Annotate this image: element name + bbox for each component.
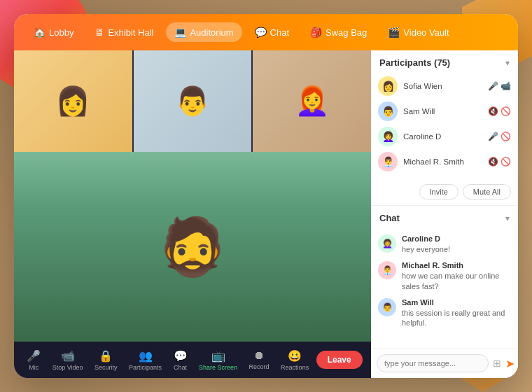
participant-row: 👨 Sam Will 🔇 🚫 [378, 99, 511, 124]
security-icon: 🔒 [99, 349, 113, 363]
chat-input-area: ⊞ ➤ [371, 348, 518, 378]
nav-exhibit-hall[interactable]: 🖥 Exhibit Hall [86, 22, 162, 42]
share-screen-label: Share Screen [199, 364, 237, 371]
stop-video-button[interactable]: 📹 Stop Video [48, 346, 88, 374]
mic-icon: 🎤 [27, 349, 41, 363]
nav-auditorium[interactable]: 💻 Auditorium [166, 22, 241, 42]
participant-name-0: Sofia Wien [403, 82, 482, 90]
chat-messages: 👩‍🦱 Caroline D hey everyone! 👨‍💼 Michael… [371, 229, 518, 348]
record-label: Record [249, 363, 270, 370]
record-button[interactable]: ⏺ Record [245, 346, 274, 373]
auditorium-icon: 💻 [174, 27, 186, 38]
chat-avatar-2: 👨 [378, 298, 396, 316]
participants-chevron[interactable]: ▾ [505, 58, 510, 68]
main-speaker: 🧔 [14, 152, 371, 342]
chat-message-1: 👨‍💼 Michael R. Smith how we can make our… [378, 261, 511, 291]
home-icon: 🏠 [34, 27, 46, 38]
cam-off-icon-2: 🚫 [500, 132, 511, 141]
chat-toolbar-button[interactable]: 💬 Chat [169, 346, 192, 374]
reactions-label: Reactions [281, 364, 309, 371]
chat-sender-0: Caroline D [402, 234, 450, 243]
chat-text-0: hey everyone! [402, 244, 450, 254]
nav-chat-label: Chat [270, 27, 289, 38]
participants-label: Participants [129, 364, 162, 371]
participant-controls-0: 🎤 📹 [488, 81, 511, 91]
navbar: 🏠 Lobby 🖥 Exhibit Hall 💻 Auditorium 💬 Ch… [14, 14, 518, 50]
nav-video-label: Video Vault [403, 27, 449, 38]
chat-input[interactable] [377, 354, 489, 372]
chat-sender-1: Michael R. Smith [402, 261, 511, 270]
security-label: Security [94, 364, 118, 371]
nav-swag-bag[interactable]: 🎒 Swag Bag [302, 22, 375, 42]
cam-off-icon: 🚫 [500, 106, 511, 116]
thumb-avatar-2: 👨 [134, 50, 252, 152]
participant-name-2: Caroline D [403, 132, 482, 141]
chat-toolbar-icon: 💬 [174, 349, 188, 363]
thumb-avatar-3: 👩‍🦰 [253, 50, 371, 152]
chat-nav-icon: 💬 [255, 27, 267, 38]
exhibit-icon: 🖥 [94, 27, 104, 38]
chat-header: Chat ▾ [371, 206, 518, 229]
chat-text-1: how we can make our online sales fast? [402, 271, 511, 291]
speaker-avatar: 🧔 [158, 214, 227, 280]
thumb-avatar-1: 👩 [14, 50, 132, 152]
mic-label: Mic [29, 364, 38, 371]
participants-button[interactable]: 👥 Participants [125, 346, 166, 374]
chat-avatar-1: 👨‍💼 [378, 261, 396, 279]
chat-content-1: Michael R. Smith how we can make our onl… [402, 261, 511, 291]
content-area: 👩 👨 👩‍🦰 🧔 🎤 Mic [14, 50, 518, 378]
top-participants: 👩 👨 👩‍🦰 [14, 50, 371, 152]
participant-row: 👨‍💼 Michael R. Smith 🔇 🚫 [378, 149, 511, 174]
thumb-3[interactable]: 👩‍🦰 [253, 50, 371, 152]
mute-all-button[interactable]: Mute All [463, 184, 511, 200]
participant-avatar-0: 👩 [378, 76, 398, 96]
chat-avatar-0: 👩‍🦱 [378, 234, 396, 253]
mic-active-icon: 🎤 [488, 81, 498, 91]
mic-button[interactable]: 🎤 Mic [22, 346, 45, 374]
nav-chat[interactable]: 💬 Chat [246, 22, 298, 42]
cam-off-icon-3: 🚫 [500, 157, 511, 167]
participant-controls-2: 🎤 🚫 [488, 132, 511, 141]
participant-list: 👩 Sofia Wien 🎤 📹 👨 Sam Will 🔇 🚫 [371, 74, 518, 178]
share-screen-button[interactable]: 📺 Share Screen [195, 346, 241, 374]
action-buttons: Invite Mute All [371, 178, 518, 205]
share-screen-icon: 📺 [211, 349, 225, 363]
leave-button[interactable]: Leave [316, 351, 363, 369]
mic-muted-icon: 🔇 [488, 106, 498, 116]
nav-swag-label: Swag Bag [326, 27, 367, 38]
participant-avatar-3: 👨‍💼 [378, 152, 398, 172]
video-toolbar: 🎤 Mic 📹 Stop Video 🔒 Security 👥 Particip… [14, 342, 371, 378]
nav-exhibit-label: Exhibit Hall [108, 27, 153, 38]
chat-title: Chat [379, 213, 400, 223]
participant-controls-1: 🔇 🚫 [488, 106, 511, 116]
nav-lobby-label: Lobby [49, 27, 74, 38]
swag-bag-icon: 🎒 [310, 27, 322, 38]
video-section: 👩 👨 👩‍🦰 🧔 🎤 Mic [14, 50, 371, 378]
chat-chevron[interactable]: ▾ [505, 214, 510, 223]
participant-avatar-2: 👩‍🦱 [378, 127, 398, 146]
thumb-1[interactable]: 👩 [14, 50, 132, 152]
chat-panel: Chat ▾ 👩‍🦱 Caroline D hey everyone! 👨‍💼 [371, 206, 518, 378]
participant-name-3: Michael R. Smith [403, 158, 482, 166]
nav-auditorium-label: Auditorium [190, 27, 233, 38]
video-vault-icon: 🎬 [388, 27, 400, 38]
invite-button[interactable]: Invite [419, 184, 458, 200]
participants-header: Participants (75) ▾ [371, 50, 518, 74]
participants-icon: 👥 [139, 349, 153, 363]
nav-video-vault[interactable]: 🎬 Video Vault [379, 22, 457, 42]
nav-lobby[interactable]: 🏠 Lobby [25, 22, 82, 42]
record-icon: ⏺ [253, 349, 265, 362]
chat-message-0: 👩‍🦱 Caroline D hey everyone! [378, 234, 511, 254]
cam-active-icon: 📹 [500, 81, 511, 91]
reactions-button[interactable]: 😀 Reactions [276, 346, 313, 374]
chat-content-2: Sam Will this session is really great an… [402, 298, 511, 328]
mic-on-icon: 🎤 [488, 132, 498, 141]
grid-icon[interactable]: ⊞ [493, 358, 501, 369]
participants-title: Participants (75) [379, 57, 450, 68]
thumb-2[interactable]: 👨 [134, 50, 252, 152]
send-icon[interactable]: ➤ [505, 357, 514, 370]
security-button[interactable]: 🔒 Security [90, 346, 122, 374]
camera-icon: 📹 [61, 349, 75, 363]
reactions-icon: 😀 [288, 349, 302, 363]
chat-toolbar-label: Chat [174, 364, 187, 371]
